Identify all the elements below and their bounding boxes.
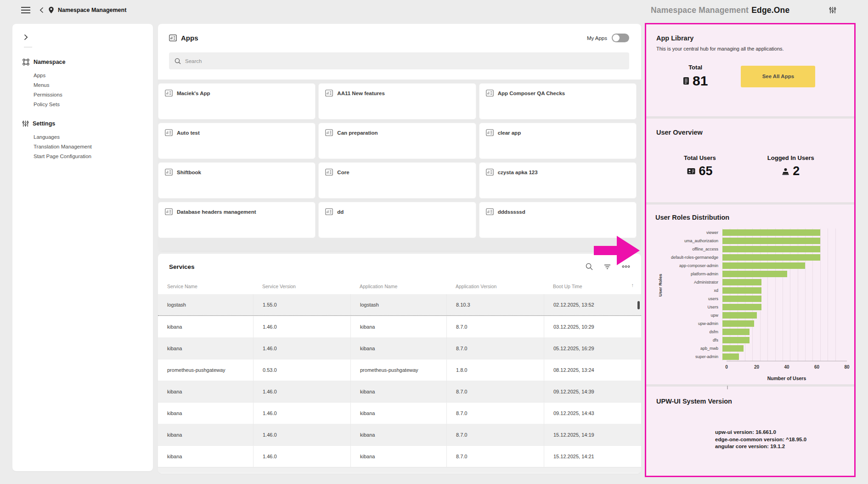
chart-category-label: default-roles-germanedge [655,255,722,260]
cell-application-name: kibana [350,381,446,402]
sidebar-item-languages[interactable]: Languages [12,132,153,142]
id-card-icon [687,168,695,175]
app-card-app-composer-qa-checks[interactable]: App Composer QA Checks [479,83,637,120]
cell-service-name: kibana [158,446,253,467]
sort-ascending-icon[interactable]: ↑ [631,282,634,288]
app-card-title: clear app [498,129,521,136]
chart-bar [722,304,761,310]
back-chevron-icon[interactable] [39,7,44,13]
chart-bar-track [722,303,843,311]
chart-bar-track [722,286,843,295]
app-library-subtitle: This is your central hub for managing al… [656,46,844,51]
sidebar-divider [24,47,32,47]
app-card-title: czysta apka 123 [498,169,538,175]
app-icon [165,129,173,136]
chart-bar-track [722,278,843,286]
chart-category-label: upw [655,313,722,318]
sidebar-item-start-page-configuration[interactable]: Start Page Configuration [12,151,153,161]
sidebar-item-policy-sets[interactable]: Policy Sets [12,99,153,109]
document-icon [683,77,689,85]
panel-settings-sliders-icon[interactable] [829,6,836,14]
callout-arrow-icon [594,235,641,266]
sidebar-collapse-chevron-icon[interactable] [24,34,153,40]
table-row[interactable]: kibana1.46.0kibana8.7.003.12.2025, 10:29 [158,316,641,337]
table-scrollbar-thumb[interactable] [637,301,640,309]
app-card-czysta-apka-123[interactable]: czysta apka 123 [479,162,637,199]
chart-bar-row: uma_authorization [655,237,846,245]
chart-bar-row: platform-admin [655,270,846,278]
cell-boot-up-time: 02.12.2025, 13:52 [544,294,641,315]
app-card-title: Can preparation [337,129,378,136]
my-apps-label: My Apps [587,35,607,41]
table-row[interactable]: kibana1.46.0kibana8.7.015.12.2025, 14:19 [158,424,641,445]
sidebar-item-permissions[interactable]: Permissions [12,90,153,99]
chart-category-label: Administrator [655,280,722,285]
app-card-can-preparation[interactable]: Can preparation [318,123,476,159]
see-all-apps-button[interactable]: See All Apps [741,66,815,87]
app-card-dd[interactable]: dd [318,202,476,238]
table-row[interactable]: kibana1.46.0kibana8.7.009.12.2025, 14:39 [158,381,641,402]
app-card-clear-app[interactable]: clear app [479,123,637,159]
app-card-shiftbook[interactable]: Shiftbook [158,162,316,199]
logged-in-users-label: Logged In Users [767,154,814,161]
chart-x-tick: 20 [754,364,759,370]
search-input[interactable] [185,58,624,64]
app-card-auto-test[interactable]: Auto test [158,123,316,159]
table-row[interactable]: kibana1.46.0kibana8.7.005.12.2025, 16:29 [158,337,641,359]
table-row-partial [158,467,641,473]
version-lines: upw-ui version: 16.661.0edge-one-common … [715,429,844,450]
cell-application-version: 8.7.0 [446,381,544,402]
chart-rows: vieweruma_authorizationoffline_accessdef… [655,228,846,361]
panel-header: Namespace ManagementEdge.One [645,0,856,20]
chart-category-label: upw-admin [655,321,722,326]
column-header-service-name[interactable]: Service Name [158,284,253,289]
hamburger-menu-icon[interactable] [21,5,30,15]
apps-search-bar [169,52,629,69]
column-header-application-version[interactable]: Application Version [446,284,544,289]
apps-grid-background: Maciek's AppAA11 New featuresApp Compose… [158,80,641,251]
chart-x-axis-label: Number of Users [727,376,847,381]
sidebar-item-apps[interactable]: Apps [12,70,153,80]
chart-category-label: users [655,296,722,301]
column-header-boot-up-time[interactable]: Boot Up Time [544,284,641,289]
user-overview-section: User Overview Total Users 65 Logged In U… [646,119,854,202]
cell-service-version: 1.46.0 [253,424,350,445]
sidebar-section-label: Settings [33,120,55,127]
chart-bar-track [722,311,843,319]
sliders-icon [22,120,29,127]
app-card-aa11-new-features[interactable]: AA11 New features [318,83,476,120]
app-card-title: dddsssssd [498,208,525,215]
services-search-icon[interactable] [586,263,593,270]
app-card-maciek-s-app[interactable]: Maciek's App [158,83,316,120]
app-card-title: Shiftbook [177,169,201,175]
chart-title: User Roles Distribution [655,214,846,221]
sidebar-item-menus[interactable]: Menus [12,80,153,90]
chart-bar-track [722,328,843,336]
app-card-database-headers-management[interactable]: Database headers management [158,202,316,238]
column-header-application-name[interactable]: Application Name [350,284,446,289]
sidebar-section-header: Settings [12,120,153,127]
table-row[interactable]: kibana1.46.0kibana8.7.015.12.2025, 14:21 [158,445,641,467]
app-card-core[interactable]: Core [318,162,476,199]
cell-application-version: 8.7.0 [446,446,544,467]
app-icon [165,169,173,176]
table-row[interactable]: prometheus-pushgateway0.53.0prometheus-p… [158,359,641,381]
sidebar-item-translation-management[interactable]: Translation Management [12,142,153,151]
chart-bar [722,312,757,319]
column-header-service-version[interactable]: Service Version [253,284,350,289]
cell-application-name: kibana [350,446,446,467]
chart-x-tick: 60 [814,364,819,370]
cell-service-name: kibana [158,337,253,359]
cell-application-name: kibana [350,424,446,445]
my-apps-toggle[interactable] [612,34,629,42]
panel-title: Namespace ManagementEdge.One [645,6,789,15]
table-row[interactable]: logstash1.55.0logstash8.10.302.12.2025, … [158,294,641,316]
chart-bar-row: app-composer-admin [655,262,846,270]
cell-service-name: logstash [158,294,253,315]
table-row[interactable]: kibana1.46.0kibana8.7.009.12.2025, 14:43 [158,402,641,424]
chart-bar-track [722,228,843,237]
app-card-dddsssssd[interactable]: dddsssssd [479,202,637,238]
chart-category-label: uma_authorization [655,239,722,243]
person-at-desk-icon [782,168,789,175]
app-icon [325,208,333,215]
